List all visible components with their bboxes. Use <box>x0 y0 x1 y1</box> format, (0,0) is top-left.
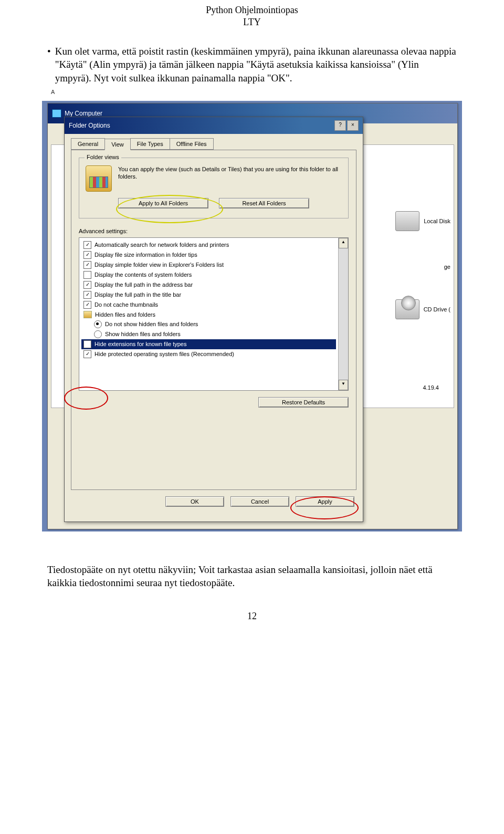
bullet-text: Kun olet varma, että poistit rastin (kes… <box>55 45 457 85</box>
list-item-label: Display simple folder view in Explorer's… <box>94 262 224 268</box>
checkbox-icon[interactable]: ✓ <box>83 251 91 259</box>
ok-button[interactable]: OK <box>165 496 224 507</box>
list-item[interactable]: Do not show hidden files and folders <box>81 319 336 329</box>
folder-icon <box>83 311 92 318</box>
list-item-label: Display the full path in the title bar <box>94 291 181 298</box>
checkbox-icon[interactable] <box>83 271 91 279</box>
tab-general[interactable]: General <box>71 138 105 150</box>
list-item-label: Do not show hidden files and folders <box>105 321 198 327</box>
list-item[interactable]: Hide extensions for known file types <box>81 339 336 349</box>
hdd-icon <box>395 211 419 231</box>
group-label: Folder views <box>85 154 121 160</box>
list-item[interactable]: ✓Hide protected operating system files (… <box>81 349 336 359</box>
list-item-label: Hidden files and folders <box>95 311 155 318</box>
tab-file-types[interactable]: File Types <box>130 138 170 150</box>
list-item[interactable]: ✓Do not cache thumbnails <box>81 300 336 310</box>
bullet-icon: • <box>47 45 51 58</box>
restore-defaults-button[interactable]: Restore Defaults <box>258 397 349 408</box>
list-item[interactable]: Hidden files and folders <box>81 310 336 319</box>
help-button[interactable]: ? <box>334 120 346 131</box>
list-item[interactable]: Show hidden files and folders <box>81 329 336 339</box>
checkbox-icon[interactable]: ✓ <box>83 241 91 249</box>
scroll-down-button[interactable]: ▼ <box>339 380 348 390</box>
page-header: Python Ohjelmointiopas LTY <box>0 0 504 29</box>
dialog-title: Folder Options <box>69 122 110 129</box>
storage-label: ge <box>444 264 450 270</box>
folder-views-desc: You can apply the view (such as Details … <box>118 165 342 181</box>
cd-icon <box>395 299 419 319</box>
cancel-button[interactable]: Cancel <box>230 496 289 507</box>
checkbox-icon[interactable] <box>83 340 91 348</box>
checkbox-icon[interactable]: ✓ <box>83 301 91 309</box>
checkbox-icon[interactable]: ✓ <box>83 281 91 289</box>
radio-icon[interactable] <box>94 320 102 328</box>
dialog-titlebar[interactable]: Folder Options ? × <box>65 117 363 134</box>
checkbox-icon[interactable]: ✓ <box>83 291 91 299</box>
drive-label: Local Disk <box>424 218 450 224</box>
list-item-label: Show hidden files and folders <box>105 331 181 337</box>
drive-label: CD Drive ( <box>424 306 450 312</box>
drive-item-cd: CD Drive ( <box>395 299 450 319</box>
scrollbar[interactable]: ▲ ▼ <box>338 238 348 390</box>
list-item[interactable]: ✓Display the full path in the title bar <box>81 290 336 300</box>
close-button[interactable]: × <box>347 120 359 131</box>
checkbox-icon[interactable]: ✓ <box>83 350 91 358</box>
list-item[interactable]: ✓Automatically search for network folder… <box>81 240 336 250</box>
drive-item-local: Local Disk <box>395 211 450 231</box>
list-item-label: Hide extensions for known file types <box>94 341 186 347</box>
list-item-label: Automatically search for network folders… <box>94 242 229 248</box>
scroll-up-button[interactable]: ▲ <box>339 238 348 248</box>
after-paragraph: Tiedostopääte on nyt otettu näkyviin; Vo… <box>0 542 504 600</box>
folder-options-dialog: Folder Options ? × General View File Typ… <box>64 117 363 522</box>
folder-views-icon <box>86 165 112 192</box>
tab-offline-files[interactable]: Offline Files <box>170 138 214 150</box>
highlight-oval-hide-ext <box>64 387 108 410</box>
address-bar: A <box>48 86 464 107</box>
list-item-label: Display the contents of system folders <box>94 272 192 278</box>
advanced-settings-label: Advanced settings: <box>79 228 349 234</box>
highlight-oval-apply <box>290 496 359 519</box>
window-title: My Computer <box>65 110 102 117</box>
list-item[interactable]: ✓Display simple folder view in Explorer'… <box>81 260 336 270</box>
tab-panel-view: Folder views You can apply the view (suc… <box>71 150 356 490</box>
page-number: 12 <box>0 600 504 632</box>
header-line-1: Python Ohjelmointiopas <box>0 4 504 16</box>
address-label: A <box>51 89 55 95</box>
tab-strip: General View File Types Offline Files <box>71 138 356 150</box>
radio-icon[interactable] <box>94 330 102 338</box>
header-line-2: LTY <box>0 16 504 28</box>
list-item[interactable]: ✓Display the full path in the address ba… <box>81 280 336 290</box>
list-item[interactable]: ✓Display file size information in folder… <box>81 250 336 260</box>
list-item[interactable]: Display the contents of system folders <box>81 270 336 280</box>
monitor-icon <box>52 109 61 118</box>
tab-view[interactable]: View <box>104 139 131 150</box>
list-item-label: Hide protected operating system files (R… <box>94 351 234 357</box>
screenshot-area: My Computer A Local Disk ge CD Drive ( 4… <box>42 101 462 531</box>
folder-views-group: Folder views You can apply the view (suc… <box>79 158 349 218</box>
list-item-label: Do not cache thumbnails <box>94 301 158 308</box>
highlight-oval-top <box>116 195 223 223</box>
list-item-label: Display file size information in folder … <box>94 252 197 258</box>
checkbox-icon[interactable]: ✓ <box>83 261 91 269</box>
list-item-label: Display the full path in the address bar <box>94 282 193 288</box>
version-label: 4.19.4 <box>423 384 439 391</box>
advanced-settings-list[interactable]: ✓Automatically search for network folder… <box>79 237 349 391</box>
reset-all-folders-button[interactable]: Reset All Folders <box>219 198 309 208</box>
